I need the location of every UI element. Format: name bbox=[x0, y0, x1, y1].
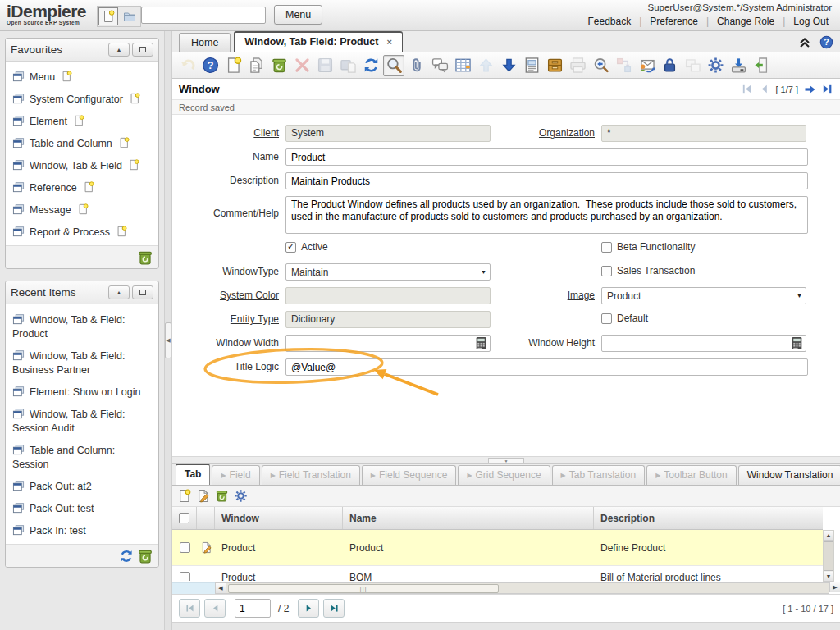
new-record-icon[interactable] bbox=[83, 181, 94, 193]
recent-trash-icon[interactable] bbox=[137, 548, 153, 564]
select-all-checkbox[interactable] bbox=[179, 513, 189, 523]
close-tab-icon[interactable]: × bbox=[386, 37, 391, 47]
new-record-icon[interactable] bbox=[73, 115, 84, 126]
title-logic-input[interactable] bbox=[291, 361, 802, 373]
new-record-icon[interactable] bbox=[222, 55, 244, 76]
previous-record-icon[interactable] bbox=[758, 83, 770, 95]
entity-type-label[interactable]: Entity Type bbox=[197, 313, 279, 325]
active-checkbox[interactable] bbox=[285, 242, 296, 253]
process-icon[interactable] bbox=[232, 488, 249, 504]
attachment-icon[interactable] bbox=[406, 55, 427, 76]
tab-window-tab-field-product[interactable]: Window, Tab Field: Product× bbox=[234, 31, 403, 52]
favourite-item[interactable]: Menu bbox=[11, 66, 153, 89]
favourites-collapse-button[interactable]: ▲ bbox=[108, 43, 130, 57]
column-header-name[interactable]: Name bbox=[343, 507, 594, 529]
next-record-icon[interactable] bbox=[803, 83, 816, 96]
page-number-input[interactable] bbox=[235, 599, 271, 618]
windowtype-select[interactable]: Maintain▼ bbox=[285, 263, 491, 281]
new-record-button[interactable] bbox=[98, 7, 118, 25]
previous-page-button[interactable] bbox=[204, 599, 226, 618]
calculator-icon[interactable] bbox=[474, 336, 488, 350]
zoom-across-icon[interactable] bbox=[590, 55, 611, 76]
next-page-button[interactable] bbox=[298, 599, 319, 618]
scroll-left-icon[interactable]: ◀ bbox=[216, 583, 226, 593]
window-width-input[interactable] bbox=[291, 337, 485, 349]
recent-item[interactable]: Window, Tab & Field: Product bbox=[11, 309, 153, 345]
description-input[interactable] bbox=[291, 175, 802, 187]
recent-item[interactable]: Pack Out: test bbox=[11, 498, 153, 520]
sales-transaction-checkbox[interactable] bbox=[601, 266, 612, 276]
new-record-icon[interactable] bbox=[77, 203, 89, 215]
new-record-icon[interactable] bbox=[61, 71, 72, 82]
new-record-icon[interactable] bbox=[176, 488, 192, 504]
open-folder-button[interactable] bbox=[120, 7, 139, 25]
detail-tab-window-translation[interactable]: Window Translation bbox=[738, 465, 840, 485]
favourite-item[interactable]: Window, Tab & Field bbox=[11, 155, 153, 177]
header-link-change-role[interactable]: Change Role bbox=[714, 16, 778, 27]
help-icon[interactable]: ? bbox=[819, 35, 833, 49]
export-icon[interactable] bbox=[728, 55, 749, 76]
row-checkbox[interactable] bbox=[180, 572, 190, 581]
favourites-maximize-button[interactable] bbox=[132, 43, 153, 57]
recent-item[interactable]: Pack In: test bbox=[11, 520, 153, 542]
name-input[interactable] bbox=[291, 151, 802, 163]
image-label[interactable]: Image bbox=[517, 290, 595, 301]
request-icon[interactable] bbox=[636, 55, 657, 76]
header-link-feedback[interactable]: Feedback bbox=[584, 16, 634, 27]
recent-item[interactable]: Table and Column: Session bbox=[11, 440, 153, 476]
vertical-scrollbar[interactable]: ▲ ▼ bbox=[823, 530, 834, 582]
lock-icon[interactable] bbox=[659, 55, 680, 76]
vertical-scroll-thumb[interactable] bbox=[824, 541, 833, 571]
new-record-icon[interactable] bbox=[116, 226, 127, 237]
column-header-window[interactable]: Window bbox=[215, 507, 343, 529]
recent-item[interactable]: Window, Tab & Field: Session Audit bbox=[11, 404, 153, 440]
edit-icon[interactable] bbox=[194, 488, 211, 504]
horizontal-scroll-thumb[interactable]: ||| bbox=[228, 584, 499, 593]
delete-record-icon[interactable] bbox=[268, 55, 290, 76]
detail-record-icon[interactable] bbox=[498, 55, 519, 76]
beta-functionality-checkbox[interactable] bbox=[601, 242, 612, 253]
help-icon[interactable]: ? bbox=[199, 55, 221, 76]
menu-button[interactable]: Menu bbox=[274, 5, 322, 25]
last-page-button[interactable] bbox=[323, 599, 345, 618]
archive-icon[interactable] bbox=[544, 55, 565, 76]
refresh-icon[interactable] bbox=[360, 55, 381, 76]
comment-help-textarea[interactable]: The Product Window defines all products … bbox=[291, 199, 802, 231]
process-icon[interactable] bbox=[705, 55, 726, 76]
splitter-collapse-handle[interactable]: ◀ bbox=[165, 322, 171, 358]
header-link-log-out[interactable]: Log Out bbox=[790, 16, 832, 27]
table-row[interactable]: ProductBOMBill of Material product lines bbox=[172, 566, 823, 581]
windowtype-label[interactable]: WindowType bbox=[197, 266, 279, 277]
recent-item[interactable]: Window, Tab & Field: Business Partner bbox=[11, 345, 153, 381]
window-height-input[interactable] bbox=[607, 337, 801, 349]
image-select[interactable]: Product▼ bbox=[601, 287, 806, 304]
favourites-trash-icon[interactable] bbox=[137, 249, 153, 266]
detail-collapse-handle[interactable]: ▼ bbox=[488, 458, 524, 463]
recent-collapse-button[interactable]: ▲ bbox=[108, 285, 130, 299]
delete-record-icon[interactable] bbox=[213, 488, 230, 504]
find-icon[interactable] bbox=[383, 55, 404, 76]
sidebar-splitter[interactable]: ◀ bbox=[164, 31, 172, 630]
scroll-up-icon[interactable]: ▲ bbox=[824, 531, 833, 541]
first-record-icon[interactable] bbox=[741, 83, 753, 95]
favourite-item[interactable]: Reference bbox=[11, 177, 153, 199]
last-record-icon[interactable] bbox=[821, 83, 833, 95]
favourite-item[interactable]: Report & Process bbox=[11, 221, 153, 244]
new-record-icon[interactable] bbox=[118, 137, 130, 148]
favourite-item[interactable]: Element bbox=[11, 111, 153, 133]
recent-item[interactable]: Pack Out: at2 bbox=[11, 476, 153, 498]
favourite-item[interactable]: Message bbox=[11, 199, 153, 221]
row-checkbox[interactable] bbox=[180, 542, 190, 553]
default-checkbox[interactable] bbox=[601, 313, 612, 324]
recent-refresh-icon[interactable] bbox=[119, 549, 134, 564]
edit-icon[interactable] bbox=[200, 541, 212, 554]
detail-splitter[interactable]: ▼ bbox=[172, 456, 840, 464]
detail-tab-tab[interactable]: Tab bbox=[176, 463, 210, 485]
organization-label[interactable]: Organization bbox=[517, 127, 595, 139]
scroll-down-icon[interactable]: ▼ bbox=[824, 572, 833, 582]
chat-icon[interactable] bbox=[429, 55, 450, 76]
recent-item[interactable]: Element: Show on Login bbox=[11, 381, 153, 404]
calculator-icon[interactable] bbox=[790, 336, 804, 350]
column-header-description[interactable]: Description bbox=[594, 507, 823, 529]
search-input[interactable] bbox=[142, 7, 276, 23]
